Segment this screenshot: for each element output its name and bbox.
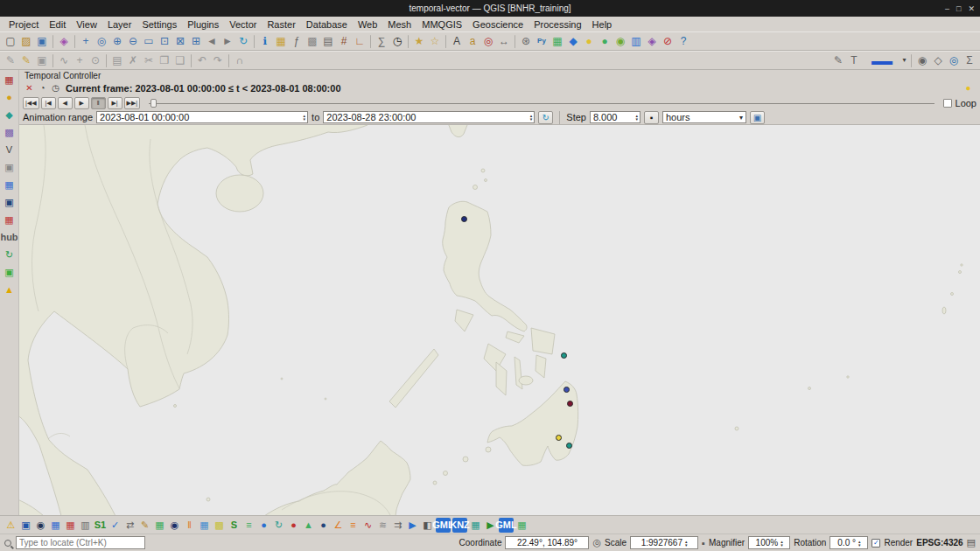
menu-project[interactable]: Project (4, 18, 44, 31)
move-label-icon[interactable]: ↔ (496, 33, 512, 49)
menu-help[interactable]: Help (587, 18, 618, 31)
new-shape-icon[interactable]: ◇ (930, 52, 946, 68)
identify-features-icon[interactable]: ℹ (257, 33, 273, 49)
menu-raster[interactable]: Raster (262, 18, 300, 31)
processing-toolbox-icon[interactable]: ⊛ (518, 33, 534, 49)
plugin-r-blue-icon[interactable]: ▣ (18, 518, 33, 533)
step-lock-button[interactable]: ▪ (644, 111, 659, 124)
map-refresh-icon[interactable]: ↻ (235, 33, 251, 49)
nominatim-search-icon[interactable]: ◎ (946, 52, 962, 68)
plugin-blue-icon[interactable]: ◆ (565, 33, 581, 49)
mmqgis-toolbar-icon[interactable]: ▥ (628, 33, 644, 49)
menu-web[interactable]: Web (353, 18, 382, 31)
dock-gray-panel-icon[interactable]: ▣ (2, 160, 18, 175)
grid-teal-icon[interactable]: ▦ (468, 518, 483, 533)
slider-handle[interactable] (150, 99, 157, 108)
gml-import-icon[interactable]: GML (499, 518, 514, 533)
loop-checkbox[interactable] (943, 99, 952, 108)
pencil-tool-icon[interactable]: ✎ (137, 518, 152, 533)
grid-green-icon[interactable]: ▦ (152, 518, 167, 533)
field-calculator-icon[interactable]: # (336, 33, 352, 49)
attribute-table-icon[interactable]: ▤ (320, 33, 336, 49)
show-bookmarks-icon[interactable]: ☆ (427, 33, 443, 49)
lock-icon[interactable]: ▪ (702, 538, 705, 548)
redo-icon[interactable]: ↷ (210, 52, 226, 68)
new-bookmark-icon[interactable]: ★ (411, 33, 427, 49)
dock-green-square-icon[interactable]: ▣ (2, 265, 18, 280)
project-new-icon[interactable]: ▢ (3, 33, 18, 49)
toggle-editing-icon[interactable]: ✎ (18, 52, 34, 68)
next-frame-button[interactable]: ▶| (108, 97, 122, 109)
lines-orange-icon[interactable]: ≡ (346, 518, 360, 533)
swatch-dropdown-icon[interactable]: ▾ (900, 52, 908, 68)
statistics-panel-icon[interactable]: Σ (962, 52, 977, 68)
modify-attributes-icon[interactable]: ▤ (109, 52, 125, 68)
dock-blue-grid-icon[interactable]: ▦ (2, 178, 18, 192)
bars-orange-icon[interactable]: ‖ (182, 518, 197, 533)
messages-icon[interactable]: ▤ (967, 537, 976, 548)
globe-blue-icon[interactable]: ● (256, 518, 271, 533)
plugin-yellow-icon[interactable]: ● (581, 33, 597, 49)
grass-tools-icon[interactable]: ▦ (550, 33, 565, 49)
swap-arrows-icon[interactable]: ⇄ (122, 518, 137, 533)
dock-red-layers-icon[interactable]: ▦ (2, 73, 18, 87)
project-open-icon[interactable]: ▨ (18, 33, 34, 49)
dock-yellow-ball-icon[interactable]: ● (2, 90, 18, 105)
temporal-controller-icon[interactable]: ◷ (389, 33, 405, 49)
menu-mesh[interactable]: Mesh (382, 18, 416, 31)
current-edits-icon[interactable]: ✎ (3, 52, 18, 68)
pin-labels-icon[interactable]: ◎ (480, 33, 496, 49)
gml-export-icon[interactable]: GML (436, 518, 451, 533)
paste-features-icon[interactable]: ❑ (172, 52, 188, 68)
zoom-to-selection-icon[interactable]: ⊠ (172, 33, 188, 49)
snapping-options-icon[interactable]: ∩ (232, 52, 248, 68)
save-edits-icon[interactable]: ▣ (34, 52, 50, 68)
dock-teal-icon[interactable]: ◆ (2, 108, 18, 122)
dark-globe-icon[interactable]: ◉ (33, 518, 48, 533)
range-end-input[interactable]: 2023-08-28 23:00:00 (323, 111, 535, 123)
magnifier-input[interactable]: 100% (748, 536, 790, 549)
scale-dropdown-icon[interactable] (685, 540, 688, 547)
triangle-green-icon[interactable]: ▲ (301, 518, 316, 533)
zoom-full-icon[interactable]: ⊡ (157, 33, 172, 49)
arrows-double-icon[interactable]: ⇉ (390, 518, 405, 533)
minimize-button[interactable]: – (945, 4, 949, 13)
menu-processing[interactable]: Processing (528, 18, 586, 31)
prev-frame-button[interactable]: |◀ (41, 97, 56, 109)
zoom-in-icon[interactable]: ⊕ (109, 33, 125, 49)
style-manager-icon[interactable]: ◈ (56, 33, 72, 49)
labeling-icon[interactable]: A (449, 33, 465, 49)
undo-icon[interactable]: ↶ (194, 52, 210, 68)
add-feature-icon[interactable]: + (72, 52, 88, 68)
measure-line-icon[interactable]: ∟ (352, 33, 368, 49)
step-input[interactable]: 8.000 (590, 111, 640, 123)
s1-tool-icon[interactable]: S1 (93, 518, 108, 533)
project-save-icon[interactable]: ▣ (34, 33, 50, 49)
pan-to-selection-icon[interactable]: ◎ (94, 33, 109, 49)
plugin-green-icon[interactable]: ● (597, 33, 612, 49)
line-color-swatch[interactable]: ▬▬ (862, 52, 900, 68)
temporal-off-icon[interactable]: ✕ (23, 82, 36, 94)
close-button[interactable]: ✕ (968, 4, 975, 13)
copy-features-icon[interactable]: ❐ (157, 52, 172, 68)
grid-green2-icon[interactable]: ▦ (514, 518, 529, 533)
zoom-next-icon[interactable]: ► (220, 33, 235, 49)
dock-hazard-icon[interactable]: ▲ (2, 282, 18, 297)
export-animation-button[interactable]: ▣ (750, 111, 765, 124)
knz-tool-icon[interactable]: KNZ (452, 518, 467, 533)
dock-red-grid-icon[interactable]: ▦ (2, 213, 18, 227)
grid-yellow-icon[interactable]: ▩ (212, 518, 227, 533)
set-range-from-project-button[interactable]: ↻ (538, 111, 553, 124)
rotation-input[interactable]: 0.0 ° (830, 536, 868, 549)
animated-range-icon[interactable]: ◷ (49, 82, 62, 94)
disable-plugin-icon[interactable]: ⊘ (660, 33, 676, 49)
check-blue-icon[interactable]: ✓ (108, 518, 122, 533)
menu-edit[interactable]: Edit (44, 18, 71, 31)
menu-view[interactable]: View (71, 18, 102, 31)
temporal-slider[interactable] (149, 97, 934, 109)
temporal-settings-icon[interactable]: ● (962, 82, 975, 94)
dock-green-refresh-icon[interactable]: ↻ (2, 248, 18, 262)
annotation-icon[interactable]: ✎ (830, 52, 846, 68)
select-by-expression-icon[interactable]: ƒ (289, 33, 304, 49)
python-console-icon[interactable]: Py (534, 33, 550, 49)
